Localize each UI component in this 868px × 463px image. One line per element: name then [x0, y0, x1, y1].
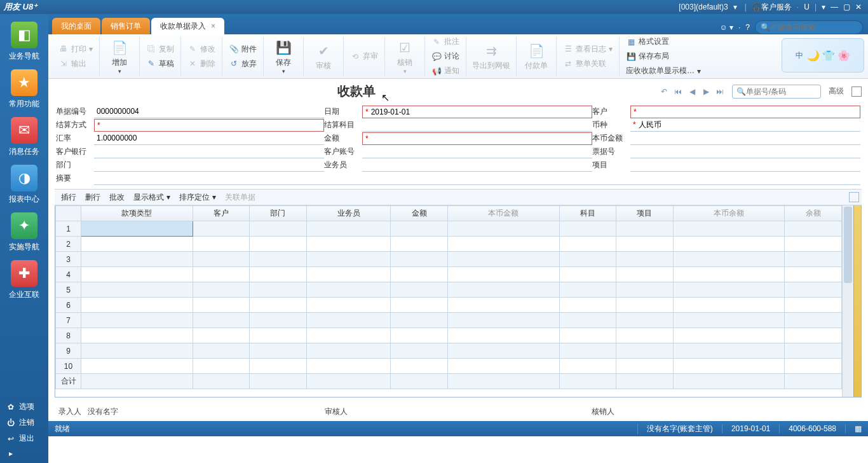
maximize-icon[interactable]: ▢ [843, 3, 850, 11]
draft-button[interactable]: ✎草稿 [144, 57, 177, 71]
grid-cell[interactable] [447, 252, 559, 267]
dropdown-icon[interactable]: ▾ [822, 3, 825, 11]
field-单据编号[interactable]: 0000000004 [94, 106, 324, 118]
grid-cell[interactable] [559, 298, 616, 313]
grid-cell[interactable] [447, 267, 559, 282]
related-docs[interactable]: 关联单据 [225, 192, 255, 203]
barcode-search[interactable]: 🔍 [755, 20, 863, 34]
first-icon[interactable]: ⏮ [672, 87, 684, 96]
tab-sales-order[interactable]: 销售订单 [102, 18, 150, 34]
grid-cell[interactable] [559, 313, 616, 328]
grid-cell[interactable] [785, 298, 842, 313]
grid-cell[interactable] [447, 328, 559, 343]
grid-cell[interactable] [616, 328, 674, 343]
display-format[interactable]: 显示格式 ▾ [133, 192, 170, 203]
doc-search-input[interactable] [746, 87, 810, 96]
grid-cell[interactable] [391, 252, 448, 267]
grid-cell[interactable] [81, 282, 193, 298]
grid-cell[interactable] [391, 221, 448, 237]
field-票据号[interactable] [630, 146, 860, 158]
template-button[interactable]: 应收收款单显示模… ▾ [623, 64, 703, 78]
grid-cell[interactable] [559, 328, 616, 343]
grid-cell[interactable] [616, 313, 674, 328]
advanced-link[interactable]: 高级 [829, 86, 844, 97]
options-link[interactable]: ✿选项 [5, 399, 43, 415]
row-number[interactable]: 7 [56, 313, 81, 328]
grid-cell[interactable] [250, 282, 307, 298]
grid-cell[interactable] [447, 237, 559, 252]
grid-cell[interactable] [559, 267, 616, 282]
delete-button[interactable]: ✕删除 [185, 57, 218, 71]
field-业务员[interactable] [362, 159, 592, 172]
grid-cell[interactable] [193, 343, 250, 359]
row-number[interactable]: 1 [56, 221, 81, 237]
grid-cell[interactable] [81, 328, 193, 343]
customer-service-link[interactable]: 🎧 客户服务 [752, 2, 792, 13]
grid-cell[interactable] [673, 328, 785, 343]
field-币种[interactable]: *人民币 [630, 119, 860, 132]
grid-cell[interactable] [616, 282, 674, 298]
grid-cell[interactable] [193, 298, 250, 313]
grid-cell[interactable] [673, 221, 785, 237]
col-header[interactable]: 项目 [616, 206, 674, 221]
viewlog-button[interactable]: ☰查看日志 ▾ [560, 43, 615, 56]
grid-cell[interactable] [250, 313, 307, 328]
grid-cell[interactable] [306, 221, 391, 237]
grid-cell[interactable] [250, 343, 307, 359]
grid-cell[interactable] [81, 359, 193, 374]
col-header[interactable]: 部门 [250, 206, 307, 221]
grid-cell[interactable] [559, 343, 616, 359]
grid-cell[interactable] [673, 343, 785, 359]
delete-row[interactable]: 删行 [85, 192, 100, 203]
grid-cell[interactable] [391, 237, 448, 252]
grid-cell[interactable] [391, 328, 448, 343]
grid-cell[interactable] [785, 328, 842, 343]
grid-cell[interactable] [673, 298, 785, 313]
grid-cell[interactable] [81, 313, 193, 328]
grid-cell[interactable] [673, 282, 785, 298]
last-icon[interactable]: ⏭ [714, 87, 726, 96]
edit-button[interactable]: ✎修改 [185, 43, 218, 56]
grid-cell[interactable] [250, 221, 307, 237]
notify-button[interactable]: 📢通知 [429, 64, 462, 78]
vertical-scrollbar[interactable] [842, 205, 853, 397]
grid-cell[interactable] [559, 282, 616, 298]
col-header[interactable]: 本币余额 [673, 206, 785, 221]
grid-cell[interactable] [785, 359, 842, 374]
col-header[interactable]: 余额 [785, 206, 842, 221]
row-number[interactable]: 8 [56, 328, 81, 343]
grid-cell[interactable] [81, 298, 193, 313]
help-icon[interactable]: ? [745, 23, 750, 32]
grid-cell[interactable] [391, 282, 448, 298]
unaudit-button[interactable]: ⟲弃审 [348, 50, 381, 63]
nav-common[interactable]: ★常用功能 [4, 69, 44, 109]
payment-button[interactable]: 📄付款单 [520, 41, 552, 71]
grid-cell[interactable] [616, 267, 674, 282]
minimize-icon[interactable]: — [831, 3, 838, 11]
format-button[interactable]: ▦格式设置 [623, 35, 703, 48]
grid-cell[interactable] [785, 221, 842, 237]
grid-cell[interactable] [250, 237, 307, 252]
grid-cell[interactable] [81, 267, 193, 282]
grid-cell[interactable] [447, 359, 559, 374]
grid-cell[interactable] [391, 267, 448, 282]
grid-cell[interactable] [447, 313, 559, 328]
grid-cell[interactable] [306, 343, 391, 359]
grid-cell[interactable] [193, 237, 250, 252]
grid-cell[interactable] [673, 237, 785, 252]
grid-cell[interactable] [306, 237, 391, 252]
prev-icon[interactable]: ◀ [686, 87, 698, 96]
account-info[interactable]: [003](default)3 [679, 3, 728, 11]
grid-cell[interactable] [391, 343, 448, 359]
grid-cell[interactable] [616, 343, 674, 359]
tab-receipt-entry[interactable]: 收款单据录入× [151, 18, 224, 34]
audit-button[interactable]: ✔审核 [308, 41, 339, 71]
discard-button[interactable]: ↺放弃 [226, 57, 259, 71]
grid-cell[interactable] [391, 313, 448, 328]
grid-cell[interactable] [306, 359, 391, 374]
grid-cell[interactable] [250, 359, 307, 374]
grid-cell[interactable] [616, 298, 674, 313]
grid-cell[interactable] [81, 252, 193, 267]
grid-cell[interactable] [785, 237, 842, 252]
qr-icon[interactable] [851, 86, 862, 97]
